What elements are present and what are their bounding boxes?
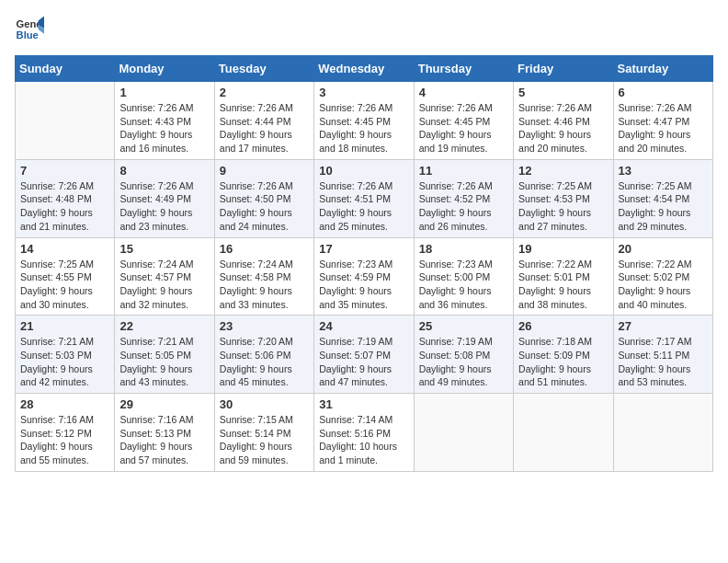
day-info: Sunrise: 7:24 AM Sunset: 4:57 PM Dayligh… (119, 258, 209, 312)
day-info: Sunrise: 7:26 AM Sunset: 4:45 PM Dayligh… (419, 101, 508, 155)
day-number: 14 (20, 242, 109, 256)
weekday-header: Thursday (414, 56, 513, 82)
day-number: 2 (220, 86, 309, 99)
day-info: Sunrise: 7:14 AM Sunset: 5:16 PM Dayligh… (319, 413, 408, 467)
day-info: Sunrise: 7:23 AM Sunset: 4:59 PM Dayligh… (319, 258, 408, 312)
calendar-day-cell: 1Sunrise: 7:26 AM Sunset: 4:43 PM Daylig… (115, 82, 214, 160)
day-number: 29 (119, 397, 209, 411)
day-info: Sunrise: 7:25 AM Sunset: 4:54 PM Dayligh… (619, 179, 708, 234)
calendar-day-cell (613, 394, 712, 472)
calendar-day-cell: 21Sunrise: 7:21 AM Sunset: 5:03 PM Dayli… (16, 316, 115, 394)
calendar-week-row: 21Sunrise: 7:21 AM Sunset: 5:03 PM Dayli… (16, 316, 713, 394)
calendar-day-cell: 25Sunrise: 7:19 AM Sunset: 5:08 PM Dayli… (414, 316, 513, 394)
calendar-day-cell: 18Sunrise: 7:23 AM Sunset: 5:00 PM Dayli… (414, 237, 513, 316)
calendar-day-cell (514, 394, 613, 472)
calendar-day-cell: 27Sunrise: 7:17 AM Sunset: 5:11 PM Dayli… (613, 316, 712, 394)
day-info: Sunrise: 7:25 AM Sunset: 4:53 PM Dayligh… (518, 179, 608, 234)
day-number: 16 (220, 242, 309, 256)
day-number: 23 (220, 319, 309, 333)
day-info: Sunrise: 7:26 AM Sunset: 4:52 PM Dayligh… (419, 179, 508, 234)
calendar-day-cell: 16Sunrise: 7:24 AM Sunset: 4:58 PM Dayli… (214, 237, 313, 316)
day-info: Sunrise: 7:16 AM Sunset: 5:12 PM Dayligh… (20, 413, 109, 467)
day-number: 8 (119, 164, 209, 178)
day-number: 27 (619, 319, 708, 333)
day-info: Sunrise: 7:26 AM Sunset: 4:43 PM Dayligh… (119, 101, 209, 155)
calendar-week-row: 28Sunrise: 7:16 AM Sunset: 5:12 PM Dayli… (16, 394, 713, 472)
calendar-day-cell: 4Sunrise: 7:26 AM Sunset: 4:45 PM Daylig… (414, 82, 513, 160)
day-info: Sunrise: 7:21 AM Sunset: 5:05 PM Dayligh… (119, 335, 209, 389)
day-info: Sunrise: 7:19 AM Sunset: 5:08 PM Dayligh… (419, 335, 508, 389)
calendar-day-cell: 26Sunrise: 7:18 AM Sunset: 5:09 PM Dayli… (514, 316, 613, 394)
calendar-day-cell: 20Sunrise: 7:22 AM Sunset: 5:02 PM Dayli… (613, 237, 712, 316)
calendar-day-cell: 7Sunrise: 7:26 AM Sunset: 4:48 PM Daylig… (16, 159, 115, 237)
calendar-day-cell: 3Sunrise: 7:26 AM Sunset: 4:45 PM Daylig… (314, 82, 414, 160)
day-number: 26 (518, 319, 608, 333)
calendar-day-cell: 23Sunrise: 7:20 AM Sunset: 5:06 PM Dayli… (214, 316, 313, 394)
calendar-week-row: 7Sunrise: 7:26 AM Sunset: 4:48 PM Daylig… (16, 159, 713, 237)
day-info: Sunrise: 7:17 AM Sunset: 5:11 PM Dayligh… (619, 335, 708, 389)
weekday-header: Friday (514, 56, 613, 82)
day-info: Sunrise: 7:26 AM Sunset: 4:51 PM Dayligh… (319, 179, 408, 234)
logo-icon: General Blue (15, 15, 44, 44)
day-info: Sunrise: 7:26 AM Sunset: 4:48 PM Dayligh… (20, 179, 109, 234)
day-info: Sunrise: 7:25 AM Sunset: 4:55 PM Dayligh… (20, 258, 109, 312)
calendar-week-row: 1Sunrise: 7:26 AM Sunset: 4:43 PM Daylig… (16, 82, 713, 160)
day-number: 11 (419, 164, 508, 178)
day-info: Sunrise: 7:24 AM Sunset: 4:58 PM Dayligh… (220, 258, 309, 312)
calendar-day-cell: 2Sunrise: 7:26 AM Sunset: 4:44 PM Daylig… (214, 82, 313, 160)
day-info: Sunrise: 7:26 AM Sunset: 4:45 PM Dayligh… (319, 101, 408, 155)
calendar-day-cell: 22Sunrise: 7:21 AM Sunset: 5:05 PM Dayli… (115, 316, 214, 394)
day-number: 31 (319, 397, 408, 411)
day-info: Sunrise: 7:26 AM Sunset: 4:50 PM Dayligh… (220, 179, 309, 234)
day-number: 20 (619, 242, 708, 256)
day-number: 24 (319, 319, 408, 333)
calendar-table: SundayMondayTuesdayWednesdayThursdayFrid… (15, 55, 713, 472)
calendar-day-cell: 10Sunrise: 7:26 AM Sunset: 4:51 PM Dayli… (314, 159, 414, 237)
calendar-day-cell: 15Sunrise: 7:24 AM Sunset: 4:57 PM Dayli… (115, 237, 214, 316)
day-number: 5 (518, 86, 608, 99)
weekday-header: Monday (115, 56, 214, 82)
calendar-day-cell (16, 82, 115, 160)
day-info: Sunrise: 7:22 AM Sunset: 5:02 PM Dayligh… (619, 258, 708, 312)
weekday-header: Tuesday (214, 56, 313, 82)
day-info: Sunrise: 7:26 AM Sunset: 4:46 PM Dayligh… (518, 101, 608, 155)
calendar-day-cell: 30Sunrise: 7:15 AM Sunset: 5:14 PM Dayli… (214, 394, 313, 472)
day-number: 4 (419, 86, 508, 99)
day-number: 10 (319, 164, 408, 178)
day-info: Sunrise: 7:21 AM Sunset: 5:03 PM Dayligh… (20, 335, 109, 389)
day-number: 17 (319, 242, 408, 256)
day-info: Sunrise: 7:26 AM Sunset: 4:47 PM Dayligh… (619, 101, 708, 155)
calendar-day-cell: 8Sunrise: 7:26 AM Sunset: 4:49 PM Daylig… (115, 159, 214, 237)
calendar-day-cell: 31Sunrise: 7:14 AM Sunset: 5:16 PM Dayli… (314, 394, 414, 472)
calendar-day-cell: 17Sunrise: 7:23 AM Sunset: 4:59 PM Dayli… (314, 237, 414, 316)
day-number: 22 (119, 319, 209, 333)
weekday-header: Sunday (16, 56, 115, 82)
calendar-day-cell (414, 394, 513, 472)
calendar-week-row: 14Sunrise: 7:25 AM Sunset: 4:55 PM Dayli… (16, 237, 713, 316)
day-info: Sunrise: 7:20 AM Sunset: 5:06 PM Dayligh… (220, 335, 309, 389)
calendar-day-cell: 29Sunrise: 7:16 AM Sunset: 5:13 PM Dayli… (115, 394, 214, 472)
svg-text:Blue: Blue (17, 29, 39, 40)
page-header: General Blue (15, 15, 713, 44)
calendar-day-cell: 24Sunrise: 7:19 AM Sunset: 5:07 PM Dayli… (314, 316, 414, 394)
day-number: 3 (319, 86, 408, 99)
day-number: 7 (20, 164, 109, 178)
calendar-day-cell: 19Sunrise: 7:22 AM Sunset: 5:01 PM Dayli… (514, 237, 613, 316)
calendar-day-cell: 6Sunrise: 7:26 AM Sunset: 4:47 PM Daylig… (613, 82, 712, 160)
calendar-day-cell: 28Sunrise: 7:16 AM Sunset: 5:12 PM Dayli… (16, 394, 115, 472)
day-info: Sunrise: 7:22 AM Sunset: 5:01 PM Dayligh… (518, 258, 608, 312)
day-number: 12 (518, 164, 608, 178)
calendar-day-cell: 12Sunrise: 7:25 AM Sunset: 4:53 PM Dayli… (514, 159, 613, 237)
day-number: 9 (220, 164, 309, 178)
day-info: Sunrise: 7:19 AM Sunset: 5:07 PM Dayligh… (319, 335, 408, 389)
calendar-day-cell: 14Sunrise: 7:25 AM Sunset: 4:55 PM Dayli… (16, 237, 115, 316)
logo: General Blue (15, 15, 44, 44)
day-info: Sunrise: 7:26 AM Sunset: 4:44 PM Dayligh… (220, 101, 309, 155)
day-info: Sunrise: 7:18 AM Sunset: 5:09 PM Dayligh… (518, 335, 608, 389)
day-info: Sunrise: 7:15 AM Sunset: 5:14 PM Dayligh… (220, 413, 309, 467)
day-number: 13 (619, 164, 708, 178)
calendar-header: SundayMondayTuesdayWednesdayThursdayFrid… (16, 56, 713, 82)
weekday-header: Saturday (613, 56, 712, 82)
day-number: 15 (119, 242, 209, 256)
day-number: 1 (119, 86, 209, 99)
